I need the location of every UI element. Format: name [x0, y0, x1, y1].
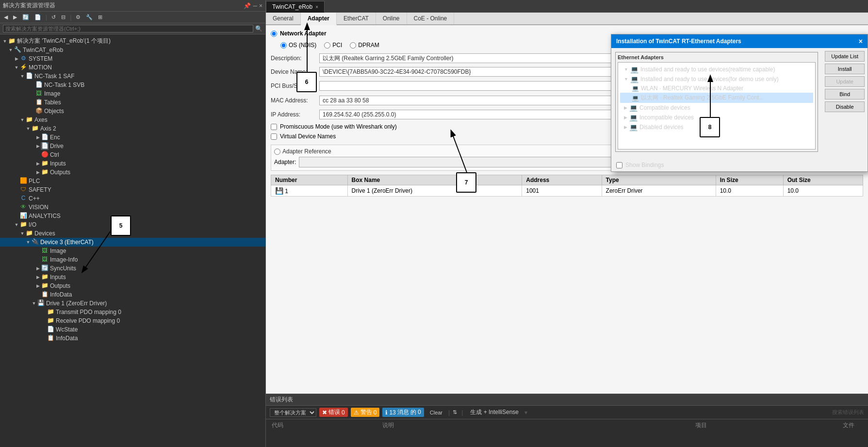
- new-file-button[interactable]: 📄: [33, 13, 43, 22]
- collapse-all-button[interactable]: ⊟: [59, 13, 67, 22]
- tree-item-wcstate[interactable]: 📄 WcState: [0, 325, 265, 334]
- tree-item-syncunits[interactable]: ▶ 🔄 SyncUnits: [0, 264, 265, 273]
- tree-item-axes[interactable]: ▼ 📁 Axes: [0, 116, 265, 124]
- image2-label: Image: [50, 248, 66, 254]
- forward-button[interactable]: ▶: [11, 13, 19, 22]
- tree-item-drive1[interactable]: ▼ 💾 Drive 1 (ZeroErr Driver): [0, 299, 265, 308]
- warning-count-badge[interactable]: ⚠ 警告 0: [351, 408, 380, 417]
- back-button[interactable]: ◀: [2, 13, 10, 22]
- tab-general[interactable]: General: [266, 13, 301, 24]
- tree-item-devices[interactable]: ▼ 📁 Devices: [0, 229, 265, 238]
- minimize-icon[interactable]: ─: [253, 2, 257, 9]
- info-count-badge[interactable]: ℹ 13 消息 的 0: [382, 408, 424, 417]
- sync-button[interactable]: 🔄: [20, 13, 31, 22]
- tree-item-outputs2[interactable]: ▶ 📁 Outputs: [0, 281, 265, 290]
- device3-icon: 🔌: [31, 238, 39, 246]
- tab-coe-online[interactable]: CoE - Online: [407, 13, 455, 24]
- tree-item-image[interactable]: 🖼 Image: [0, 89, 265, 98]
- plc-icon: 🟧: [19, 177, 27, 185]
- close-panel-icon[interactable]: ×: [259, 2, 262, 9]
- tree-item-enc[interactable]: ▶ 📄 Enc: [0, 133, 265, 142]
- settings-button[interactable]: ⚙: [74, 13, 82, 22]
- transmit-label: Transmit PDO mapping 0: [56, 309, 121, 315]
- generate-button[interactable]: 生成 + IntelliSense: [467, 407, 522, 417]
- search-input[interactable]: [3, 25, 253, 33]
- table-row[interactable]: 💾 1 Drive 1 (ZeroErr Driver) 1001 ZeroEr…: [271, 185, 863, 197]
- tree-item-inputs2[interactable]: ▶ 📁 Inputs: [0, 273, 265, 281]
- tree-item-infodata[interactable]: 📋 InfoData: [0, 290, 265, 299]
- info-note: 的 0: [410, 408, 421, 416]
- bind-button[interactable]: Bind: [825, 89, 865, 99]
- tree-item-cpp[interactable]: C C++: [0, 194, 265, 203]
- tree-item-image2[interactable]: 🖼 Image: [0, 247, 265, 255]
- eth-item-realtime[interactable]: ▼ 💻 Installed and ready to use devices(r…: [620, 65, 813, 74]
- error-title-bar: 错误列表: [266, 394, 868, 406]
- eth-incompatible-label: Incompatible devices: [639, 114, 694, 121]
- install-button[interactable]: Install: [825, 64, 865, 74]
- tab-close-button[interactable]: ×: [315, 4, 318, 10]
- device3-label: Device 3 (EtherCAT): [40, 239, 94, 246]
- cell-box-name: Drive 1 (ZeroErr Driver): [347, 185, 522, 197]
- vision-label: VISION: [29, 204, 49, 211]
- tree-item-infodata2[interactable]: 📋 InfoData: [0, 334, 265, 343]
- tab-online[interactable]: Online: [376, 13, 407, 24]
- tree-item-drive[interactable]: ▶ 📄 Drive: [0, 142, 265, 150]
- show-bindings-checkbox[interactable]: [616, 162, 622, 168]
- scope-button[interactable]: ⊞: [96, 13, 104, 22]
- tree-item-safety[interactable]: 🛡 SAFETY: [0, 185, 265, 194]
- scope-dropdown[interactable]: 整个解决方案: [270, 408, 316, 417]
- tree-item-objects[interactable]: 📦 Objects: [0, 107, 265, 116]
- eth-item-wlan[interactable]: 💻 WLAN · MERCURY Wireless N Adapter: [620, 84, 813, 93]
- tree-item-analytics[interactable]: 📊 ANALYTICS: [0, 212, 265, 220]
- tree-item-tables[interactable]: 📋 Tables: [0, 98, 265, 107]
- eth-item-realtek[interactable]: 💻 以太网 · Realtek Gaming 2.5GbE Family Con…: [620, 93, 813, 103]
- eth-realtime-label: Installed and ready to use devices(realt…: [640, 66, 775, 73]
- tree-item-system[interactable]: ▶ ⚙ SYSTEM: [0, 54, 265, 63]
- tree-item-receive[interactable]: 📁 Receive PDO mapping 0: [0, 316, 265, 325]
- receive-icon: 📁: [47, 317, 54, 325]
- tab-adapter[interactable]: Adapter: [301, 13, 337, 25]
- tree-item-io[interactable]: ▼ 📁 I/O: [0, 220, 265, 229]
- search-icon[interactable]: 🔍: [255, 25, 262, 32]
- eth-item-compatible[interactable]: ▶ 💻 Compatible devices: [620, 103, 813, 113]
- virtual-device-checkbox[interactable]: [271, 133, 277, 140]
- tree-item-plc[interactable]: 🟧 PLC: [0, 177, 265, 185]
- wrench-button[interactable]: 🔧: [84, 13, 95, 22]
- tree-item-inputs-axis[interactable]: ▶ 📁 Inputs: [0, 159, 265, 168]
- tree-item-outputs-axis[interactable]: ▶ 📁 Outputs: [0, 168, 265, 177]
- disable-button[interactable]: Disable: [825, 101, 865, 112]
- adapter-ref-radio[interactable]: [274, 149, 280, 155]
- tree-item-solution[interactable]: ▼ 📁 解决方案 'TwinCAT_eRob'(1 个项目): [0, 36, 265, 46]
- eth-item-demo[interactable]: ▼ 💻 Installed and ready to use devices(f…: [620, 74, 813, 84]
- drive-label: Drive: [50, 143, 64, 149]
- tab-twincat[interactable]: TwinCAT_eRob ×: [266, 1, 325, 13]
- radio-dpram[interactable]: DPRAM: [350, 42, 379, 49]
- tab-ethercat[interactable]: EtherCAT: [337, 13, 376, 24]
- tree-item-device3[interactable]: ▼ 🔌 Device 3 (EtherCAT): [0, 238, 265, 247]
- tree-item-twincat[interactable]: ▼ 🔧 TwinCAT_eRob: [0, 46, 265, 54]
- refresh-button[interactable]: ↺: [49, 13, 58, 22]
- update-button[interactable]: Update: [825, 76, 865, 87]
- dialog-close-button[interactable]: ×: [859, 37, 863, 45]
- radio-ndis[interactable]: OS (NDIS): [280, 42, 316, 49]
- error-count-badge[interactable]: ✖ 错误 0: [319, 408, 348, 417]
- tree-item-axis2[interactable]: ▼ 📁 Axis 2: [0, 124, 265, 133]
- tree-item-nctask[interactable]: ▼ 📄 NC-Task 1 SAF: [0, 72, 265, 81]
- network-adapter-radio[interactable]: [271, 31, 277, 37]
- promiscuous-checkbox[interactable]: [271, 124, 277, 130]
- tree-item-vision[interactable]: 👁 VISION: [0, 203, 265, 212]
- pin-icon[interactable]: 📌: [244, 2, 251, 9]
- tree-item-imageinfo[interactable]: 🖼 Image-Info: [0, 255, 265, 264]
- error-panel: 错误列表 整个解决方案 ✖ 错误 0 ⚠ 警告 0 ℹ 13: [266, 394, 868, 447]
- tables-icon: 📋: [35, 99, 43, 106]
- clear-button[interactable]: Clear: [427, 409, 445, 416]
- tree-item-motion[interactable]: ▼ ⚡ MOTION: [0, 63, 265, 72]
- nctask-icon: 📄: [25, 72, 33, 80]
- expand-icon: ▶: [14, 56, 19, 61]
- expand-icon: [35, 257, 41, 262]
- update-list-button[interactable]: Update List: [825, 51, 865, 62]
- radio-pci[interactable]: PCI: [324, 42, 342, 49]
- tree-item-nctask-svb[interactable]: 📄 NC-Task 1 SVB: [0, 81, 265, 89]
- tree-item-ctrl[interactable]: 🔴 Ctrl: [0, 150, 265, 159]
- tree-item-transmit[interactable]: 📁 Transmit PDO mapping 0: [0, 308, 265, 316]
